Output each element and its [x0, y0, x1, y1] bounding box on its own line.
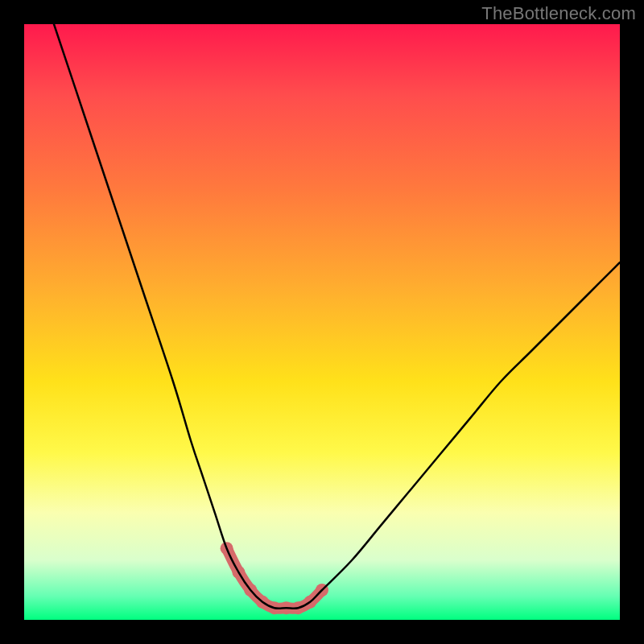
curve-layer	[24, 24, 620, 620]
chart-frame: TheBottleneck.com	[0, 0, 644, 644]
watermark-text: TheBottleneck.com	[481, 3, 636, 24]
bottleneck-curve	[54, 24, 620, 609]
plot-area	[24, 24, 620, 620]
valley-dots	[221, 542, 328, 614]
